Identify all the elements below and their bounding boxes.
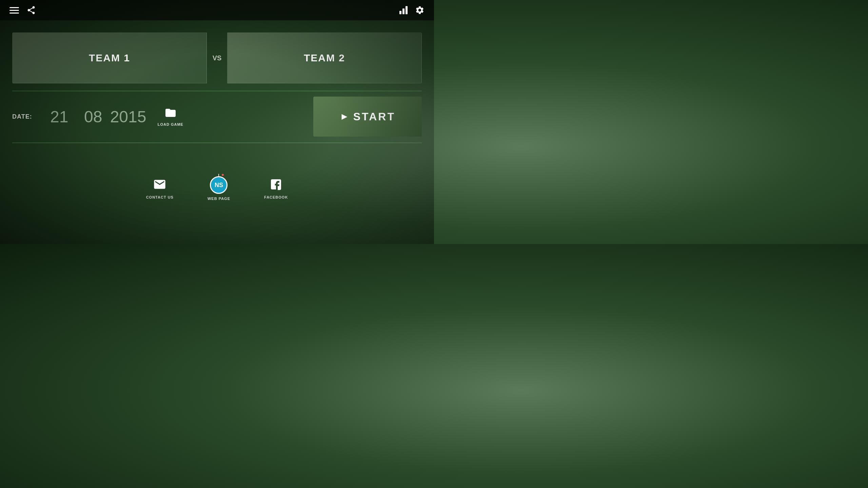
share-button[interactable] — [26, 5, 36, 15]
ns-logo: NS — [210, 176, 228, 194]
settings-button[interactable] — [415, 5, 425, 15]
facebook-label: FACEBOOK — [264, 195, 288, 199]
hamburger-icon — [9, 7, 19, 14]
web-page-button[interactable]: NS WEB PAGE — [208, 176, 230, 201]
bars-icon — [399, 6, 408, 14]
divider-top — [12, 91, 422, 91]
start-arrow-icon: ► — [340, 111, 349, 122]
start-button[interactable]: ► START — [313, 97, 422, 137]
facebook-icon — [269, 178, 283, 192]
footer: CONTACT US NS WEB PAGE FACEBOOK — [12, 143, 422, 237]
web-page-label: WEB PAGE — [208, 197, 230, 201]
menu-button[interactable] — [9, 7, 19, 14]
load-game-button[interactable]: LOAD GAME — [158, 107, 183, 126]
contact-us-button[interactable]: CONTACT US — [146, 178, 174, 199]
teams-row: TEAM 1 VS TEAM 2 — [12, 33, 422, 83]
date-day[interactable]: 21 — [42, 107, 76, 126]
team2-label: TEAM 2 — [304, 52, 345, 64]
start-label: START — [353, 110, 395, 123]
team2-card[interactable]: TEAM 2 — [227, 33, 422, 83]
stats-button[interactable] — [399, 6, 408, 14]
date-month[interactable]: 08 — [76, 107, 110, 126]
ns-text: NS — [215, 182, 223, 189]
load-game-label: LOAD GAME — [158, 122, 183, 126]
folder-icon — [164, 107, 177, 120]
vs-label: VS — [207, 54, 227, 62]
top-right-controls — [399, 5, 425, 15]
contact-us-label: CONTACT US — [146, 195, 174, 199]
top-bar — [0, 0, 434, 20]
top-left-controls — [9, 5, 36, 15]
main-content: TEAM 1 VS TEAM 2 DATE: 21 08 2015 LOAD G… — [0, 20, 434, 244]
date-label: DATE: — [12, 113, 32, 120]
date-row: DATE: 21 08 2015 LOAD GAME ► START — [12, 97, 422, 137]
team1-card[interactable]: TEAM 1 — [12, 33, 207, 83]
team1-label: TEAM 1 — [89, 52, 130, 64]
facebook-button[interactable]: FACEBOOK — [264, 178, 288, 199]
date-year[interactable]: 2015 — [110, 107, 144, 126]
email-icon — [153, 178, 166, 192]
